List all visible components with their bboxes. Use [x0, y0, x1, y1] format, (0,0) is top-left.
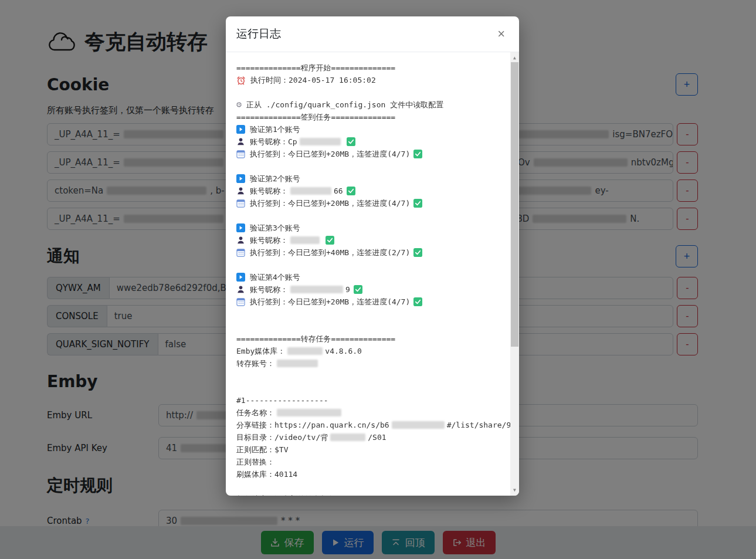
modal-title: 运行日志: [236, 26, 281, 42]
log-nick-fragment: 9: [345, 283, 350, 296]
log-task-end: 任务结束：没有新的转存任务: [236, 493, 499, 496]
check-mark-icon: [413, 248, 422, 257]
gear-icon: ⚙: [236, 99, 242, 111]
log-line: 执行时间：2024-05-17 16:05:02: [236, 74, 499, 86]
log-refresh-lib: 刷媒体库：40114: [236, 468, 499, 480]
log-transfer-account-label: 转存账号：: [236, 357, 274, 370]
check-mark-icon: [326, 236, 334, 245]
log-verify-account: 验证第3个账号: [250, 222, 300, 234]
log-output[interactable]: ==============程序开始============== 执行时间：20…: [226, 52, 519, 496]
redacted-text: [300, 138, 341, 145]
redacted-text: [290, 187, 331, 195]
log-regex-match: 正则匹配：$TV: [236, 443, 499, 456]
log-sign-result: 执行签到：今日已签到+40MB，连签进度(2/7): [250, 246, 410, 259]
log-sign-result: 执行签到：今日已签到+20MB，连签进度(4/7): [250, 148, 410, 160]
alarm-clock-icon: [236, 76, 246, 85]
log-nick-fragment: 66: [334, 185, 343, 197]
calendar-icon: [236, 199, 245, 208]
log-line: 目标目录：/video/tv/背/S01: [236, 431, 499, 443]
log-share-fragment: https://pan.quark.cn/s/b6: [274, 419, 389, 431]
play-button-icon: [236, 223, 245, 232]
log-task-header: #1------------------: [236, 394, 499, 406]
calendar-icon: [236, 150, 245, 158]
log-line: 验证第1个账号: [236, 123, 499, 135]
log-verify-account: 验证第1个账号: [250, 123, 300, 135]
log-nick-label: 账号昵称：: [250, 135, 288, 148]
person-icon: [236, 187, 245, 195]
log-line: 账号昵称：Cp: [236, 135, 499, 148]
log-nick-fragment: Cp: [288, 135, 297, 148]
log-verify-account: 验证第2个账号: [250, 172, 300, 185]
log-share-label: 分享链接：: [236, 419, 274, 431]
calendar-icon: [236, 297, 245, 306]
scrollbar-thumb[interactable]: [511, 62, 518, 347]
log-line: 执行签到：今日已签到+20MB，连签进度(4/7): [236, 148, 499, 160]
play-button-icon: [236, 273, 245, 282]
check-mark-icon: [413, 199, 422, 208]
scrollbar-up-arrow[interactable]: ▲: [510, 53, 519, 62]
redacted-text: [392, 421, 445, 429]
log-exec-time: 执行时间：2024-05-17 16:05:02: [250, 74, 376, 86]
play-button-icon: [236, 174, 245, 183]
log-line: 执行签到：今日已签到+20MB，连签进度(4/7): [236, 296, 499, 308]
redacted-text: [290, 236, 320, 244]
log-separator: ==============程序开始==============: [236, 62, 499, 74]
log-separator: ==============签到任务==============: [236, 111, 499, 123]
play-button-icon: [236, 125, 245, 134]
log-emby-lib-label: Emby媒体库：: [236, 345, 285, 357]
log-emby-lib-version: v4.8.6.0: [325, 345, 362, 357]
redacted-text: [287, 347, 323, 355]
log-line: 任务名称：: [236, 406, 499, 419]
log-line: 转存账号：: [236, 357, 499, 370]
redacted-text: [277, 409, 341, 416]
log-line: 验证第4个账号: [236, 271, 499, 283]
scrollbar-down-arrow[interactable]: ▼: [510, 486, 519, 494]
log-sign-result: 执行签到：今日已签到+20MB，连签进度(4/7): [250, 296, 410, 308]
log-line: 验证第2个账号: [236, 172, 499, 185]
log-verify-account: 验证第4个账号: [250, 271, 300, 283]
log-line: 账号昵称：66: [236, 185, 499, 197]
run-log-modal: 运行日志 × ==============程序开始============== …: [226, 16, 519, 496]
log-line: Emby媒体库：v4.8.6.0: [236, 345, 499, 357]
log-sign-result: 执行签到：今日已签到+20MB，连签进度(4/7): [250, 197, 410, 209]
calendar-icon: [236, 248, 245, 257]
check-mark-icon: [347, 137, 355, 146]
modal-header: 运行日志 ×: [226, 16, 519, 52]
check-mark-icon: [354, 285, 362, 294]
redacted-text: [277, 360, 318, 367]
log-regex-replace: 正则替换：: [236, 456, 499, 468]
check-mark-icon: [347, 187, 355, 195]
log-line: 执行签到：今日已签到+20MB，连签进度(4/7): [236, 197, 499, 209]
check-mark-icon: [413, 150, 422, 158]
log-nick-label: 账号昵称：: [250, 185, 288, 197]
log-read-config: 正从 ./config/quark_config.json 文件中读取配置: [246, 99, 443, 111]
log-nick-label: 账号昵称：: [250, 283, 288, 296]
redacted-text: [330, 433, 365, 441]
log-separator: ==============转存任务==============: [236, 333, 499, 345]
modal-scrollbar[interactable]: ▲ ▼: [510, 52, 519, 496]
log-line: 账号昵称：: [236, 234, 499, 246]
person-icon: [236, 285, 245, 294]
log-line: 账号昵称：9: [236, 283, 499, 296]
close-icon[interactable]: ×: [494, 28, 508, 40]
log-task-name-label: 任务名称：: [236, 406, 274, 419]
log-target-label: 目标目录：: [236, 431, 274, 443]
log-target-fragment: /S01: [368, 431, 386, 443]
log-line: 分享链接：https://pan.quark.cn/s/b6#/list/sha…: [236, 419, 499, 431]
person-icon: [236, 137, 245, 146]
log-share-fragment: #/list/share/9: [447, 419, 511, 431]
log-nick-label: 账号昵称：: [250, 234, 288, 246]
redacted-text: [290, 286, 343, 293]
check-mark-icon: [413, 297, 422, 306]
log-line: 执行签到：今日已签到+40MB，连签进度(2/7): [236, 246, 499, 259]
log-line: ⚙正从 ./config/quark_config.json 文件中读取配置: [236, 99, 499, 111]
log-target-fragment: /video/tv/背: [274, 431, 328, 443]
log-line: 验证第3个账号: [236, 222, 499, 234]
person-icon: [236, 236, 245, 245]
